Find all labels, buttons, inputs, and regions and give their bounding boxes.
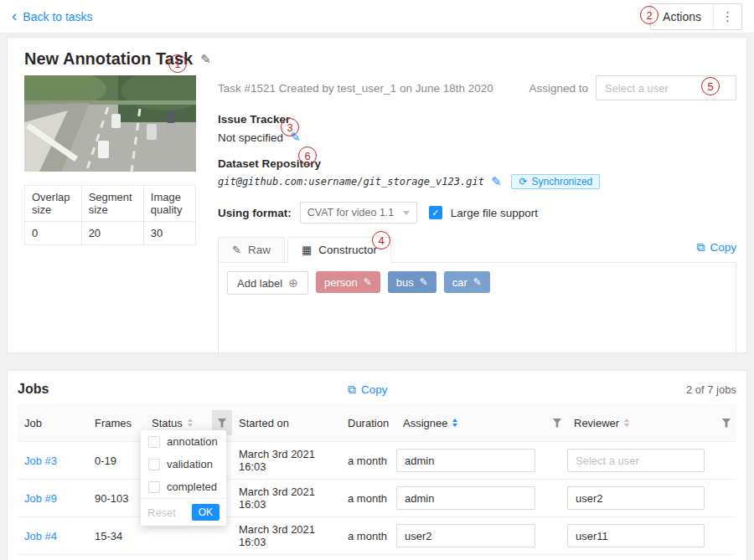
large-file-support-checkbox[interactable]: ✓ [429,206,442,219]
edit-label-icon[interactable]: ✎ [473,276,482,288]
copy-labels-link[interactable]: ⧉ Copy [696,240,736,259]
add-label-text: Add label [237,277,282,290]
more-icon[interactable]: ⋮ [713,4,741,29]
raw-edit-icon: ✎ [232,244,241,256]
filter-option-label: validation [167,458,213,470]
duration-cell: a month [341,449,396,473]
task-meta-text: Task #1521 Created by test_user_1 on Jun… [218,82,493,95]
edit-repository-icon[interactable]: ✎ [491,174,502,189]
task-body: Overlap size Segment size Image quality … [18,75,736,357]
frames-cell: 90-103 [88,486,145,511]
constructor-icon: ▦ [302,244,312,256]
param-header: Image quality [143,186,195,222]
add-label-button[interactable]: Add label ⊕ [227,271,308,295]
col-duration: Duration [341,411,396,435]
col-job: Job [18,411,88,435]
table-row: Job #4 15-34 March 3rd 2021 16:03 a mont… [18,517,736,555]
task-preview-image [24,75,196,172]
copy-labels-label: Copy [710,241,736,254]
task-title: New Annotation Task [24,49,193,69]
checkbox-icon[interactable] [148,459,160,470]
task-params-table: Overlap size Segment size Image quality … [24,185,196,245]
labels-tabs: ✎ Raw ▦ Constructor ⧉ Copy [218,237,736,263]
label-tag-bus[interactable]: bus ✎ [388,271,436,293]
reviewer-input[interactable] [567,486,705,510]
assignee-sorter-icon[interactable] [452,419,457,427]
filter-option-validation[interactable]: validation [141,453,226,475]
filter-option-label: annotation [167,435,218,448]
edit-title-icon[interactable]: ✎ [200,52,211,67]
format-select[interactable]: CVAT for video 1.1 [300,202,417,223]
col-started: Started on [232,411,341,435]
copy-icon: ⧉ [348,383,356,397]
assigned-to-label: Assigned to [529,82,588,95]
status-sorter-icon[interactable] [188,419,193,427]
copy-icon: ⧉ [696,240,705,254]
param-header: Overlap size [25,186,82,222]
started-cell: March 3rd 2021 16:03 [232,442,341,479]
table-row: Job #8 75-94 completed ✓ March 3rd 2021 … [18,555,736,560]
using-format-label: Using format: [218,207,292,219]
frames-cell: 15-34 [88,524,145,548]
sync-status-badge: ⟳ Synchronized [511,174,600,189]
edit-label-icon[interactable]: ✎ [364,276,372,288]
job-link[interactable]: Job #4 [24,530,57,542]
reviewer-filter-icon[interactable] [716,410,736,435]
back-to-tasks-link[interactable]: ‹ Back to tasks [12,9,93,23]
label-tag-name: car [452,276,467,289]
jobs-card: Jobs ⧉ Copy 2 of 7 jobs Job Frames Statu… [7,370,747,560]
filter-ok-button[interactable]: OK [192,504,219,521]
annotation-circle-6: 6 [298,146,317,165]
frames-cell: 0-19 [88,449,145,473]
reviewer-input[interactable] [567,524,705,547]
task-title-row: New Annotation Task ✎ [18,49,736,69]
copy-jobs-label: Copy [361,383,388,396]
checkbox-icon[interactable] [148,436,160,448]
assignee-filter-icon[interactable] [547,410,567,435]
job-link[interactable]: Job #3 [24,455,57,467]
label-tag-person[interactable]: person ✎ [316,271,380,293]
plus-circle-icon: ⊕ [288,276,298,290]
jobs-count: 2 of 7 jobs [686,383,736,396]
annotation-circle-1: 1 [168,54,187,73]
task-left-column: Overlap size Segment size Image quality … [24,75,196,357]
filter-option-completed[interactable]: completed [141,475,226,498]
sync-status-text: Synchronized [532,176,593,188]
assignee-input[interactable] [396,524,535,547]
back-arrow-icon: ‹ [12,8,17,23]
actions-button[interactable]: Actions ⋮ [650,3,742,30]
reviewer-filter-cell [716,410,736,435]
tab-constructor-label: Constructor [318,244,377,256]
sync-icon: ⟳ [519,176,527,188]
assignee-input[interactable] [396,486,535,510]
jobs-header: Jobs ⧉ Copy 2 of 7 jobs [18,379,736,399]
copy-jobs-link[interactable]: ⧉ Copy [348,383,388,397]
params-header-row: Overlap size Segment size Image quality [25,186,196,222]
assignee-filter-cell [547,410,567,435]
job-link[interactable]: Job #9 [24,492,57,505]
label-tag-car[interactable]: car ✎ [444,271,490,293]
assignee-input[interactable] [396,449,535,472]
back-label: Back to tasks [23,10,92,23]
filter-reset-button[interactable]: Reset [147,506,176,519]
repository-url[interactable]: git@github.com:username/git_storage_v123… [218,176,484,188]
format-select-value: CVAT for video 1.1 [307,207,395,218]
status-cell [145,530,232,542]
jobs-table: Job Frames Status Started on Duration As… [18,404,736,560]
checkbox-icon[interactable] [148,481,160,493]
reviewer-sorter-icon[interactable] [624,419,629,427]
filter-popup-footer: Reset OK [141,498,226,526]
col-reviewer[interactable]: Reviewer [567,411,716,435]
filter-option-annotation[interactable]: annotation [141,430,226,453]
tab-raw[interactable]: ✎ Raw [218,237,285,262]
label-tag-name: person [324,276,358,289]
col-assignee[interactable]: Assignee [396,411,547,435]
edit-label-icon[interactable]: ✎ [420,276,428,288]
reviewer-input[interactable] [567,449,705,472]
param-value: 30 [143,222,195,245]
dataset-repository-label: Dataset Repository [218,157,736,170]
labels-constructor-panel: Add label ⊕ person ✎ bus ✎ car ✎ [218,263,736,357]
col-frames: Frames [88,411,145,435]
jobs-title: Jobs [18,382,49,397]
started-cell: March 3rd 2021 16:03 [232,480,341,516]
